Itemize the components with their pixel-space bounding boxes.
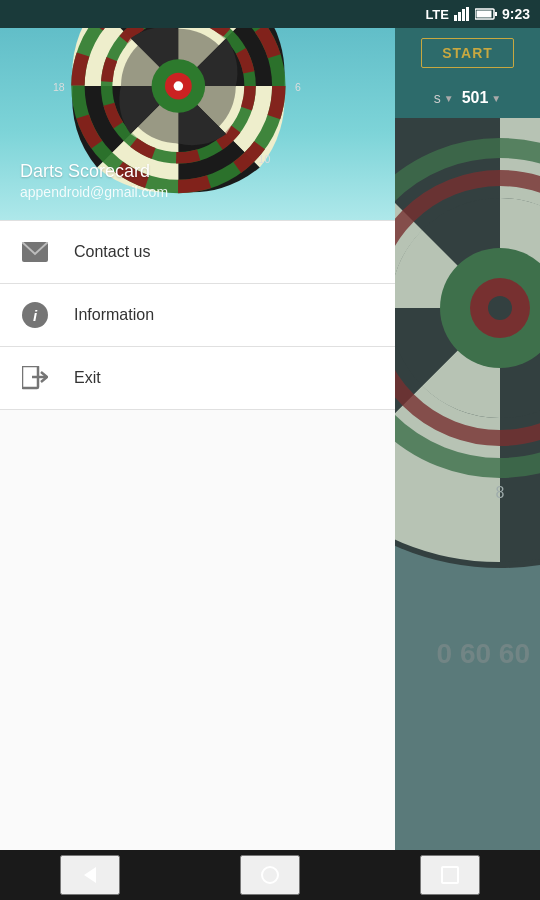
players-label: s xyxy=(434,90,441,106)
status-icons: LTE 9:23 xyxy=(425,6,530,22)
back-icon xyxy=(80,865,100,885)
divider-3 xyxy=(0,409,395,410)
score-selector[interactable]: 501 ▼ xyxy=(462,89,502,107)
app-title: Darts Scorecard xyxy=(20,161,168,182)
information-label: Information xyxy=(74,306,154,324)
recents-icon xyxy=(441,866,459,884)
menu-item-exit[interactable]: Exit xyxy=(0,347,395,409)
svg-text:8: 8 xyxy=(496,484,505,501)
home-icon xyxy=(260,865,280,885)
svg-marker-41 xyxy=(84,867,96,883)
app-email: appendroid@gmail.com xyxy=(20,184,168,200)
drawer-header: 20 5 6 1 18 10 Darts Scorecard appendroi… xyxy=(0,0,395,220)
score-chevron-icon: ▼ xyxy=(491,93,501,104)
svg-rect-43 xyxy=(442,867,458,883)
back-button[interactable] xyxy=(60,855,120,895)
svg-rect-1 xyxy=(458,12,461,21)
menu-item-contact-us[interactable]: Contact us xyxy=(0,221,395,283)
status-time: 9:23 xyxy=(502,6,530,22)
navigation-drawer: 20 5 6 1 18 10 Darts Scorecard appendroi… xyxy=(0,0,395,850)
svg-point-14 xyxy=(488,296,512,320)
svg-rect-5 xyxy=(495,12,497,16)
svg-text:18: 18 xyxy=(53,81,65,93)
players-dropdown[interactable]: s ▼ xyxy=(434,90,454,106)
drawer-app-info: Darts Scorecard appendroid@gmail.com xyxy=(20,161,168,200)
svg-rect-6 xyxy=(476,11,491,18)
svg-rect-2 xyxy=(462,9,465,21)
home-button[interactable] xyxy=(240,855,300,895)
exit-label: Exit xyxy=(74,369,101,387)
info-icon: i xyxy=(20,300,50,330)
top-bar: START xyxy=(395,28,540,78)
svg-rect-3 xyxy=(466,7,469,21)
svg-text:10: 10 xyxy=(259,153,271,165)
menu-item-information[interactable]: i Information xyxy=(0,284,395,346)
start-button[interactable]: START xyxy=(421,38,514,68)
envelope-icon xyxy=(20,237,50,267)
svg-text:6: 6 xyxy=(295,81,301,93)
lte-indicator: LTE xyxy=(425,7,449,22)
players-chevron-icon: ▼ xyxy=(444,93,454,104)
battery-icon xyxy=(475,7,497,21)
svg-rect-0 xyxy=(454,15,457,21)
score-bar: s ▼ 501 ▼ xyxy=(395,78,540,118)
bottom-navigation-bar xyxy=(0,850,540,900)
menu-list: Contact us i Information Exit xyxy=(0,221,395,850)
exit-icon xyxy=(20,363,50,393)
svg-point-42 xyxy=(262,867,278,883)
contact-us-label: Contact us xyxy=(74,243,150,261)
score-background-text: 0 60 60 xyxy=(437,638,530,670)
status-bar: LTE 9:23 xyxy=(0,0,540,28)
svg-point-31 xyxy=(174,81,184,91)
score-value: 501 xyxy=(462,89,489,107)
signal-icon xyxy=(454,7,470,21)
recents-button[interactable] xyxy=(420,855,480,895)
